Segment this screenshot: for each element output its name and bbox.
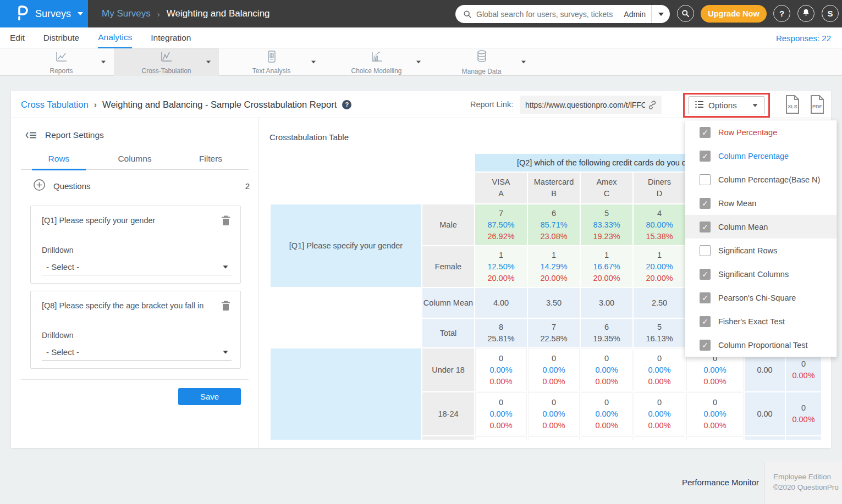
tool-choice-modelling[interactable]: Choice Modelling xyxy=(324,48,429,76)
export-pdf-button[interactable]: PDF xyxy=(809,95,826,114)
cross-tab-caret-icon[interactable] xyxy=(206,61,211,64)
user-avatar[interactable]: S xyxy=(822,5,839,22)
edition-label: Employee Edition xyxy=(773,472,842,482)
drilldown-select[interactable]: - Select - xyxy=(42,344,232,361)
checkbox-checked-icon[interactable]: ✓ xyxy=(700,316,711,327)
crosstab-cell: 00.00%0.00% xyxy=(581,348,632,391)
add-question-icon[interactable] xyxy=(33,179,46,193)
option-fishers-exact-test[interactable]: ✓Fisher's Exact Test xyxy=(685,309,837,333)
crosstab-cell: 00.00%0.00% xyxy=(634,348,685,391)
options-dropdown-menu: ✓Row Percentage ✓Column Percentage Colum… xyxy=(685,120,837,357)
upgrade-now-button[interactable]: Upgrade Now xyxy=(701,5,767,23)
svg-text:XLS: XLS xyxy=(788,104,797,109)
tab-filters[interactable]: Filters xyxy=(173,152,249,169)
text-analysis-icon xyxy=(266,50,278,65)
checkbox-checked-icon[interactable]: ✓ xyxy=(700,127,711,138)
question-card-q8: [Q8] Please specify the age bracket you … xyxy=(30,291,241,369)
checkbox-checked-icon[interactable]: ✓ xyxy=(700,221,711,232)
survey-nav: Edit Distribute Analytics Integration xyxy=(0,27,842,48)
crosstab-cell: 825.81% xyxy=(475,319,527,347)
checkbox-checked-icon[interactable]: ✓ xyxy=(700,292,711,303)
row-label-column-mean: Column Mean xyxy=(422,288,474,318)
checkbox-checked-icon[interactable]: ✓ xyxy=(700,151,711,162)
tab-columns[interactable]: Columns xyxy=(97,152,173,169)
choice-modelling-caret-icon[interactable] xyxy=(416,61,421,64)
checkbox-unchecked-icon[interactable] xyxy=(700,174,711,185)
options-caret-icon xyxy=(753,104,758,107)
option-significant-columns[interactable]: ✓Significant Columns xyxy=(685,262,837,286)
option-column-percentage[interactable]: ✓Column Percentage xyxy=(685,144,837,168)
global-search: Admin xyxy=(455,5,670,23)
select-caret-icon xyxy=(223,351,228,353)
crosstab-cell: 3.50 xyxy=(528,288,580,318)
option-pearsons-chi-square[interactable]: ✓Pearson's Chi-Square xyxy=(685,286,837,309)
crosstab-cell: 114.29%20.00% xyxy=(528,246,580,287)
settings-tabs: Rows Columns Filters xyxy=(21,152,249,170)
tool-manage-data[interactable]: Manage Data xyxy=(429,48,534,76)
checkbox-unchecked-icon[interactable] xyxy=(700,245,711,256)
breadcrumb-separator: › xyxy=(157,9,160,19)
nav-integration[interactable]: Integration xyxy=(151,27,191,48)
reports-caret-icon[interactable] xyxy=(101,61,106,64)
report-link-label: Report Link: xyxy=(470,100,513,109)
copyright-label: ©2020 QuestionPro xyxy=(773,482,842,492)
report-link-field xyxy=(520,96,662,114)
tool-text-analysis[interactable]: Text Analysis xyxy=(219,48,324,76)
option-column-percentage-base-n[interactable]: Column Percentage(Base N) xyxy=(685,168,837,191)
nav-analytics[interactable]: Analytics xyxy=(98,27,132,48)
checkbox-checked-icon[interactable]: ✓ xyxy=(700,269,711,280)
row-label-partial xyxy=(422,436,474,440)
product-name: Surveys xyxy=(35,8,71,20)
option-column-mean[interactable]: ✓Column Mean xyxy=(685,215,837,239)
cross-tabulation-link[interactable]: Cross Tabulation xyxy=(21,99,89,110)
crosstab-cell: 120.00%20.00% xyxy=(634,246,685,287)
option-column-proportional-test[interactable]: ✓Column Proportional Test xyxy=(685,333,837,357)
tool-cross-tabulation[interactable]: Cross-Tabulation xyxy=(114,48,219,76)
breadcrumb-my-surveys[interactable]: My Surveys xyxy=(102,8,151,19)
link-icon[interactable] xyxy=(647,100,662,110)
checkbox-checked-icon[interactable]: ✓ xyxy=(700,340,711,351)
product-switcher[interactable]: Surveys xyxy=(0,0,88,27)
col-header-visa: VISAA xyxy=(475,173,527,203)
option-significant-rows[interactable]: Significant Rows xyxy=(685,239,837,262)
nav-edit[interactable]: Edit xyxy=(10,27,25,48)
option-row-mean[interactable]: ✓Row Mean xyxy=(685,191,837,215)
export-xls-button[interactable]: XLS xyxy=(784,95,801,114)
svg-text:PDF: PDF xyxy=(812,104,823,109)
search-scope-dropdown[interactable] xyxy=(651,5,670,23)
breadcrumb-current: Weighting and Balancing xyxy=(167,8,270,19)
option-row-percentage[interactable]: ✓Row Percentage xyxy=(685,120,837,144)
report-help-icon[interactable]: ? xyxy=(342,100,351,109)
options-button[interactable]: Options xyxy=(688,96,765,114)
global-search-input[interactable] xyxy=(476,10,618,19)
report-link-input[interactable] xyxy=(520,101,647,109)
options-label: Options xyxy=(708,101,737,110)
crosstab-cell: 619.35% xyxy=(581,319,632,347)
crosstab-cell: 583.33%19.23% xyxy=(581,204,632,245)
manage-data-caret-icon[interactable] xyxy=(521,61,526,64)
delete-question-icon[interactable] xyxy=(221,300,230,313)
delete-question-icon[interactable] xyxy=(221,215,230,228)
drilldown-label: Drilldown xyxy=(42,331,74,340)
questions-label: Questions xyxy=(53,181,91,191)
crosstab-cell: 722.58% xyxy=(528,319,580,347)
save-button[interactable]: Save xyxy=(178,388,241,405)
questions-count: 2 xyxy=(245,181,250,191)
drilldown-select[interactable]: - Select - xyxy=(42,259,232,275)
notifications-button[interactable] xyxy=(797,5,815,22)
database-icon xyxy=(475,49,488,66)
checkbox-checked-icon[interactable]: ✓ xyxy=(700,198,711,209)
search-submit-button[interactable] xyxy=(677,5,694,22)
tab-rows[interactable]: Rows xyxy=(21,152,97,169)
nav-distribute[interactable]: Distribute xyxy=(43,27,79,48)
tool-reports[interactable]: Reports xyxy=(9,48,114,76)
help-button[interactable]: ? xyxy=(773,5,790,22)
crosstab-cell-row-mean: 0.00 xyxy=(745,392,785,435)
crosstab-cell: 480.00%15.38% xyxy=(634,204,685,245)
question-mark-icon: ? xyxy=(779,9,784,18)
analytics-toolbar: Reports Cross-Tabulation Text Analysis C… xyxy=(0,48,842,76)
search-icon xyxy=(455,10,476,19)
text-analysis-caret-icon[interactable] xyxy=(311,61,316,64)
performance-monitor-link[interactable]: Performance Monitor xyxy=(682,478,759,487)
collapse-panel-icon[interactable] xyxy=(25,131,37,140)
